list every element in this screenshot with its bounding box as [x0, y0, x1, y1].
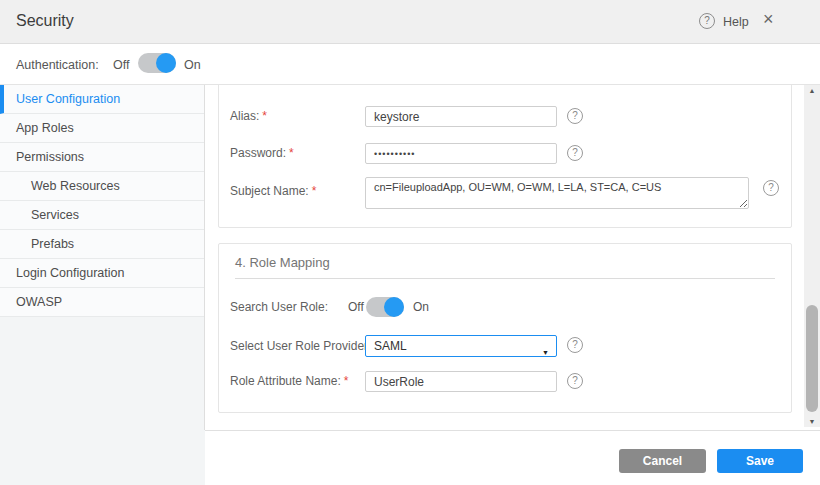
toggle-knob [156, 53, 176, 73]
authentication-label: Authentication: [16, 58, 99, 72]
sidebar-item-prefabs[interactable]: Prefabs [0, 230, 205, 259]
chevron-down-icon: ▼ [542, 343, 549, 363]
scroll-down-icon[interactable]: ▼ [804, 418, 820, 425]
password-help-icon[interactable]: ? [567, 145, 583, 161]
close-icon[interactable]: × [763, 9, 774, 30]
sidebar-item-web-resources[interactable]: Web Resources [0, 172, 205, 201]
authentication-on-label: On [184, 58, 201, 72]
alias-input[interactable] [365, 106, 557, 127]
help-icon[interactable]: ? [699, 13, 715, 29]
header-bar: Security ? Help × [0, 0, 820, 44]
subject-name-label: Subject Name:* [230, 184, 316, 198]
scroll-up-icon[interactable]: ▲ [804, 87, 820, 94]
provider-help-icon[interactable]: ? [567, 337, 583, 353]
role-attribute-input[interactable] [365, 371, 557, 392]
role-mapping-title: 4. Role Mapping [235, 255, 330, 270]
security-dialog: Security ? Help × Authentication: Off On… [0, 0, 820, 485]
sidebar-item-user-configuration[interactable]: User Configuration [0, 85, 205, 114]
footer-bar: Cancel Save [205, 430, 820, 485]
authentication-row: Authentication: Off On [0, 44, 820, 85]
alias-label: Alias:* [230, 109, 267, 123]
sidebar-item-app-roles[interactable]: App Roles [0, 114, 205, 143]
scrollbar-thumb[interactable] [806, 305, 818, 412]
sidebar-item-services[interactable]: Services [0, 201, 205, 230]
password-input[interactable] [365, 143, 557, 164]
cancel-button[interactable]: Cancel [619, 449, 706, 473]
alias-required-marker: * [259, 109, 267, 123]
subject-name-help-icon[interactable]: ? [763, 180, 779, 196]
provider-label: Select User Role Provider: [230, 339, 371, 353]
search-user-role-toggle[interactable] [366, 297, 404, 317]
role-attribute-label: Role Attribute Name:* [230, 374, 348, 388]
password-required-marker: * [286, 146, 294, 160]
role-attribute-label-text: Role Attribute Name: [230, 374, 341, 388]
content-scrollbar[interactable]: ▲ ▼ [804, 85, 820, 427]
alias-help-icon[interactable]: ? [567, 108, 583, 124]
provider-select[interactable]: SAML ▼ [365, 335, 557, 357]
password-label: Password:* [230, 146, 294, 160]
subject-name-required-marker: * [309, 184, 317, 198]
role-attribute-help-icon[interactable]: ? [567, 373, 583, 389]
subject-name-label-text: Subject Name: [230, 184, 309, 198]
search-user-role-label: Search User Role: [230, 300, 328, 314]
main-content: Alias:* ? Password:* ? Subject Name:* cn… [205, 85, 805, 430]
help-link[interactable]: Help [723, 15, 749, 29]
save-button[interactable]: Save [717, 449, 803, 473]
sidebar: User Configuration App Roles Permissions… [0, 85, 205, 485]
alias-label-text: Alias: [230, 109, 259, 123]
sidebar-item-login-configuration[interactable]: Login Configuration [0, 259, 205, 288]
subject-name-textarea[interactable]: cn=FileuploadApp, OU=WM, O=WM, L=LA, ST=… [365, 177, 749, 209]
authentication-toggle[interactable] [138, 53, 176, 73]
page-title: Security [16, 12, 74, 30]
sidebar-item-permissions[interactable]: Permissions [0, 143, 205, 172]
role-mapping-divider [235, 278, 775, 279]
password-label-text: Password: [230, 146, 286, 160]
toggle-knob [384, 297, 404, 317]
sidebar-item-owasp[interactable]: OWASP [0, 288, 205, 317]
search-user-role-off-label: Off [348, 300, 364, 314]
search-user-role-on-label: On [413, 300, 429, 314]
role-attribute-required-marker: * [341, 374, 349, 388]
provider-selected-value: SAML [374, 339, 407, 353]
authentication-off-label: Off [113, 58, 129, 72]
